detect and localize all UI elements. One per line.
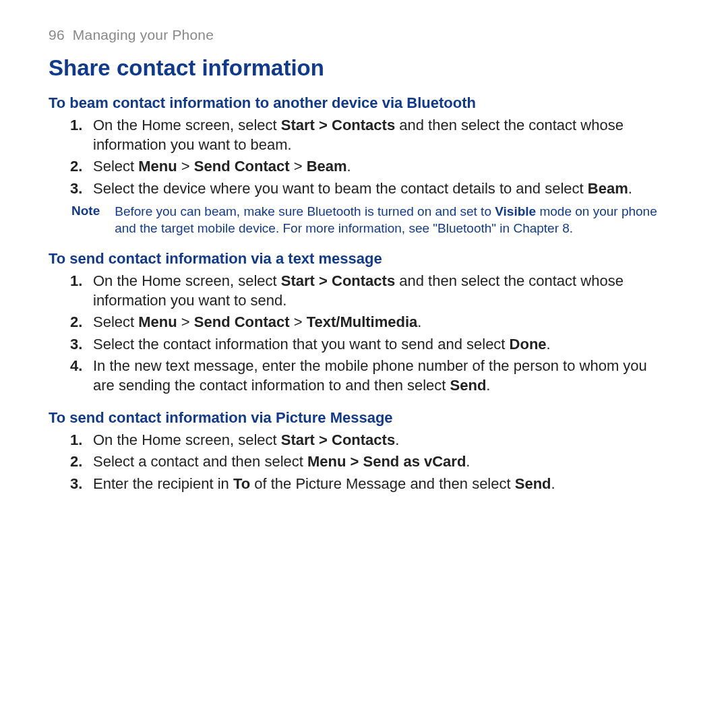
- section-heading: To beam contact information to another d…: [49, 94, 669, 112]
- step-item: Select the device where you want to beam…: [93, 179, 669, 199]
- step-item: Select the contact information that you …: [93, 335, 669, 355]
- page: 96 Managing your Phone Share contact inf…: [0, 0, 728, 728]
- page-number: 96: [49, 27, 65, 42]
- step-item: On the Home screen, select Start > Conta…: [93, 116, 669, 154]
- chapter-title: Managing your Phone: [73, 27, 214, 42]
- section-heading: To send contact information via a text m…: [49, 250, 669, 268]
- step-list: On the Home screen, select Start > Conta…: [49, 116, 669, 198]
- note-label: Note: [71, 204, 100, 237]
- section-heading: To send contact information via Picture …: [49, 409, 669, 427]
- step-item: In the new text message, enter the mobil…: [93, 357, 669, 395]
- note: Note Before you can beam, make sure Blue…: [71, 204, 669, 237]
- step-item: Select Menu > Send Contact > Beam.: [93, 157, 669, 177]
- step-item: Select Menu > Send Contact > Text/Multim…: [93, 313, 669, 332]
- note-body: Before you can beam, make sure Bluetooth…: [115, 204, 663, 237]
- step-item: On the Home screen, select Start > Conta…: [93, 431, 669, 450]
- step-item: Select a contact and then select Menu > …: [93, 452, 669, 472]
- step-item: On the Home screen, select Start > Conta…: [93, 272, 669, 310]
- step-list: On the Home screen, select Start > Conta…: [49, 272, 669, 396]
- page-title: Share contact information: [49, 55, 669, 81]
- step-list: On the Home screen, select Start > Conta…: [49, 431, 669, 494]
- step-item: Enter the recipient in To of the Picture…: [93, 475, 669, 494]
- running-header: 96 Managing your Phone: [49, 27, 669, 43]
